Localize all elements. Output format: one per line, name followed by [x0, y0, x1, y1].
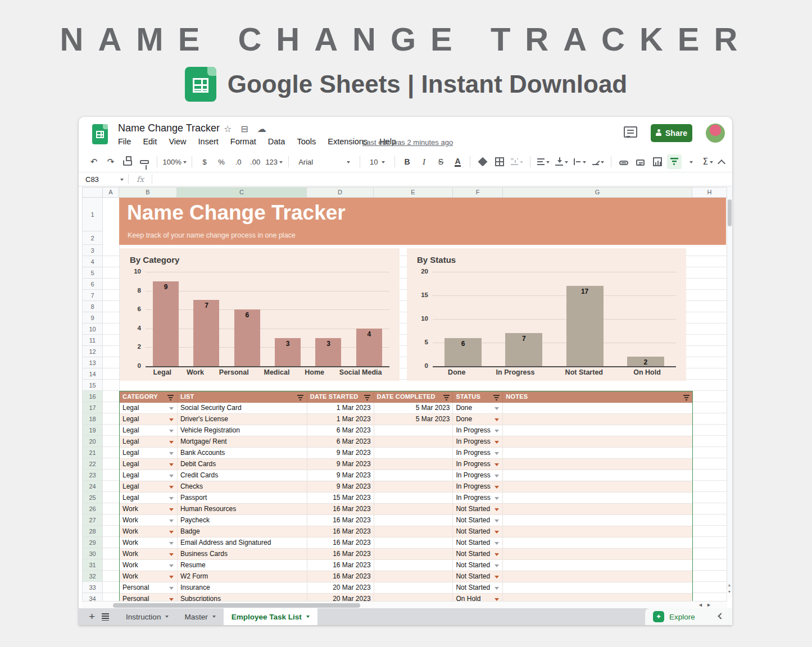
collapse-sidebar-icon[interactable] [718, 613, 724, 619]
row-header-29[interactable]: 29 [82, 537, 103, 548]
menu-file[interactable]: File [118, 137, 131, 146]
date-completed-cell[interactable]: 5 Mar 2023 [374, 414, 453, 425]
date-completed-cell[interactable] [374, 436, 453, 448]
list-cell[interactable]: Resume [178, 560, 307, 571]
date-started-cell[interactable]: 1 Mar 2023 [307, 414, 374, 425]
chart-by-status[interactable]: By Status0510152067172DoneIn ProgressNot… [407, 248, 686, 381]
category-cell[interactable]: Legal [120, 493, 178, 504]
format-currency-button[interactable]: $ [197, 154, 212, 169]
status-cell[interactable]: On Hold [453, 594, 503, 601]
notes-cell[interactable] [503, 403, 692, 414]
row-header-2[interactable]: 2 [82, 231, 103, 245]
star-icon[interactable]: ☆ [224, 124, 232, 134]
sheet-tab-master[interactable]: Master [176, 608, 223, 625]
notes-cell[interactable] [503, 571, 692, 582]
status-cell[interactable]: Not Started [453, 560, 503, 571]
dropdown-icon[interactable] [169, 486, 174, 491]
notes-cell[interactable] [503, 436, 692, 448]
column-header-D[interactable]: D [307, 187, 374, 198]
dropdown-icon[interactable] [495, 553, 499, 558]
dropdown-icon[interactable] [495, 430, 499, 435]
category-cell[interactable]: Legal [120, 448, 178, 459]
scroll-right-icon[interactable]: ► [706, 602, 711, 608]
sheets-file-icon[interactable] [92, 124, 108, 144]
row-header-30[interactable]: 30 [82, 548, 103, 559]
create-filter-button[interactable] [667, 154, 682, 169]
status-cell[interactable]: In Progress [453, 493, 503, 504]
category-cell[interactable]: Legal [120, 414, 178, 425]
menu-data[interactable]: Data [268, 137, 285, 146]
date-started-cell[interactable]: 9 Mar 2023 [307, 481, 374, 493]
horizontal-align-button[interactable] [536, 154, 551, 169]
list-cell[interactable]: Mortgage/ Rent [178, 436, 307, 448]
last-edit-link[interactable]: Last edit was 2 minutes ago [362, 138, 453, 147]
category-cell[interactable]: Work [120, 515, 178, 526]
font-select[interactable]: Arial [294, 154, 355, 169]
status-cell[interactable]: In Progress [453, 425, 503, 436]
date-completed-cell[interactable] [374, 571, 453, 582]
filter-views-caret[interactable] [684, 154, 698, 169]
list-cell[interactable]: Bank Accounts [178, 448, 307, 459]
name-box[interactable]: C83 [79, 175, 128, 184]
notes-cell[interactable] [503, 481, 692, 493]
status-cell[interactable]: Not Started [453, 582, 503, 594]
category-cell[interactable]: Work [120, 549, 178, 560]
share-button[interactable]: Share [651, 124, 692, 142]
date-started-cell[interactable]: 1 Mar 2023 [307, 403, 374, 414]
dropdown-icon[interactable] [169, 576, 174, 581]
date-completed-cell[interactable] [374, 504, 453, 515]
menu-tools[interactable]: Tools [297, 137, 316, 146]
more-formats-button[interactable]: 123 [265, 154, 283, 169]
dropdown-icon[interactable] [495, 497, 499, 502]
column-header-G[interactable]: G [503, 187, 692, 198]
status-cell[interactable]: In Progress [453, 448, 503, 459]
chart-by-category[interactable]: By Category0246810976334LegalWorkPersona… [120, 248, 400, 381]
row-header-5[interactable]: 5 [82, 267, 103, 279]
row-header-3[interactable]: 3 [82, 245, 103, 256]
row-header-6[interactable]: 6 [82, 279, 103, 290]
horizontal-scrollbar[interactable]: ◄► [82, 601, 727, 608]
notes-cell[interactable] [503, 560, 692, 571]
row-header-17[interactable]: 17 [82, 402, 103, 413]
row-header-9[interactable]: 9 [82, 312, 103, 324]
decrease-decimal-button[interactable]: .0 [231, 154, 246, 169]
row-header-8[interactable]: 8 [82, 301, 103, 312]
row-header-31[interactable]: 31 [82, 559, 103, 571]
row-header-20[interactable]: 20 [82, 436, 103, 447]
row-header-26[interactable]: 26 [82, 503, 103, 514]
filter-funnel-icon[interactable] [364, 394, 371, 400]
list-cell[interactable]: Subscriptions [178, 594, 307, 601]
vertical-scrollbar[interactable] [727, 187, 732, 590]
row-header-15[interactable]: 15 [82, 380, 103, 391]
dropdown-icon[interactable] [495, 407, 499, 412]
row-header-34[interactable]: 34 [82, 593, 103, 601]
dropdown-icon[interactable] [169, 463, 174, 468]
notes-cell[interactable] [503, 493, 692, 504]
vertical-scroll-arrows[interactable]: ▲▼ [727, 582, 732, 596]
dropdown-icon[interactable] [495, 486, 499, 491]
fill-color-button[interactable] [475, 154, 490, 169]
dropdown-icon[interactable] [495, 564, 499, 569]
dropdown-icon[interactable] [169, 475, 174, 480]
date-completed-cell[interactable] [374, 594, 453, 601]
status-cell[interactable]: Not Started [453, 526, 503, 537]
strikethrough-button[interactable]: S [433, 154, 448, 169]
vertical-align-button[interactable] [554, 154, 569, 169]
dropdown-icon[interactable] [495, 576, 499, 581]
date-completed-cell[interactable] [374, 582, 453, 594]
menu-format[interactable]: Format [230, 137, 256, 146]
date-completed-cell[interactable] [374, 448, 453, 459]
insert-comment-button[interactable] [633, 154, 648, 169]
status-cell[interactable]: Not Started [453, 549, 503, 560]
category-cell[interactable]: Work [120, 560, 178, 571]
row-header-23[interactable]: 23 [82, 470, 103, 481]
list-cell[interactable]: Business Cards [178, 549, 307, 560]
date-started-cell[interactable]: 16 Mar 2023 [307, 504, 374, 515]
date-started-cell[interactable]: 16 Mar 2023 [307, 515, 374, 526]
row-header-4[interactable]: 4 [82, 256, 103, 267]
list-cell[interactable]: Driver's License [178, 414, 307, 425]
column-header-A[interactable]: A [103, 187, 119, 198]
category-cell[interactable]: Legal [120, 403, 178, 414]
date-started-cell[interactable]: 9 Mar 2023 [307, 459, 374, 470]
document-title[interactable]: Name Change Tracker [118, 122, 220, 134]
